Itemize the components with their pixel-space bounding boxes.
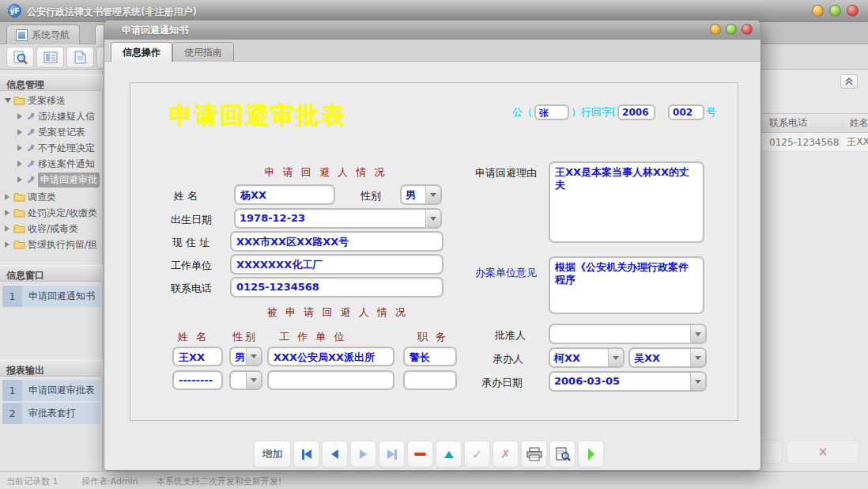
respondent2-name-input[interactable]: -------- xyxy=(172,370,223,390)
handler1-dropdown[interactable]: 柯XX xyxy=(549,347,625,368)
tree-item-label-selected: 申请回避审批 xyxy=(38,172,100,188)
dialog-title: 申请回避通知书 xyxy=(122,24,188,37)
delete-record-button[interactable] xyxy=(407,441,433,468)
dialog-maximize-button[interactable] xyxy=(726,24,737,35)
nav-first-button[interactable] xyxy=(293,441,319,468)
folder-icon xyxy=(13,208,25,218)
dropdown-button[interactable] xyxy=(425,210,440,227)
dropdown-button[interactable] xyxy=(690,325,705,343)
handle-date-dropdown[interactable]: 2006-03-05 xyxy=(549,371,707,392)
respondent2-unit-input[interactable] xyxy=(267,370,394,390)
add-button[interactable]: 增加 xyxy=(254,441,291,468)
status-bar: 当前记录数 1 操作者:Admin 本系统支持二次开发和全新开发! xyxy=(0,471,868,489)
search-document-button[interactable] xyxy=(6,47,34,68)
tab-user-guide[interactable]: 使用指南 xyxy=(172,42,234,62)
sidebar-header-info-window: 信息窗口 xyxy=(0,265,103,282)
confirm-button[interactable]: ✓ xyxy=(464,441,490,468)
respondent2-gender-dropdown[interactable] xyxy=(229,370,262,390)
reason-textarea[interactable]: 王XX是本案当事人林XX的丈夫 xyxy=(549,161,704,243)
gavel-icon xyxy=(26,143,36,153)
report-row-1[interactable]: 1 申请回避审批表 xyxy=(2,380,100,401)
tree-collapsed-arrow-icon xyxy=(17,145,25,151)
document-button[interactable] xyxy=(66,47,94,68)
tree-item-case-transfer[interactable]: 受案移送 xyxy=(0,93,103,108)
chevron-down-icon xyxy=(695,356,701,363)
chevron-down-icon xyxy=(613,356,619,363)
chevron-down-icon xyxy=(430,217,436,224)
report-row-2[interactable]: 2 审批表套打 xyxy=(2,403,100,424)
dialog-window-controls xyxy=(710,24,753,35)
cancel-button[interactable]: ✗ xyxy=(492,441,519,468)
approver-dropdown[interactable] xyxy=(549,324,707,344)
dropdown-button[interactable] xyxy=(246,348,261,365)
doc-no-year-input[interactable]: 2006 xyxy=(617,104,655,120)
form-title: 申请回避审批表 xyxy=(169,100,346,132)
print-button[interactable] xyxy=(521,441,547,468)
tab-system-navigation[interactable]: 系统导航 xyxy=(6,25,80,44)
doc-no-unit-input[interactable]: 张 xyxy=(534,104,569,120)
collapse-panel-button[interactable] xyxy=(840,74,858,89)
tree-item-suspect-info[interactable]: 违法嫌疑人信 xyxy=(0,108,103,124)
background-table-row[interactable]: 0125-1234568 王XX xyxy=(761,133,868,152)
respondent2-gender-value xyxy=(231,372,246,389)
chevron-down-icon xyxy=(695,332,701,339)
window-close-button[interactable] xyxy=(847,5,859,17)
workunit-input[interactable]: XXXXXXX化工厂 xyxy=(230,254,443,275)
tree-item-recusal-approval[interactable]: 申请回避审批 xyxy=(0,172,103,188)
name-input[interactable]: 杨XX xyxy=(234,184,335,205)
dropdown-button[interactable] xyxy=(425,186,440,203)
info-window-row-1[interactable]: 1 申请回避通知书 xyxy=(2,286,100,307)
tab-info-operation[interactable]: 信息操作 xyxy=(111,42,172,62)
handler-label: 承办人 xyxy=(492,352,523,366)
birth-value: 1978-12-23 xyxy=(236,210,425,227)
tree-collapsed-arrow-icon xyxy=(17,161,25,167)
tree-item-penalty-decision[interactable]: 处罚决定/收缴类 xyxy=(0,205,103,221)
tree-item-investigation[interactable]: 调查类 xyxy=(0,189,103,205)
folder-icon xyxy=(13,224,25,233)
tree-item-transfer-notice[interactable]: 移送案件通知 xyxy=(0,156,103,172)
respondent2-duty-input[interactable] xyxy=(403,370,457,390)
sidebar: 信息管理 受案移送 违法嫌疑人信 受案登记表 不予处理决定 移送案件通知 申请回… xyxy=(0,70,103,471)
window-minimize-button[interactable] xyxy=(812,5,824,17)
phone-input[interactable]: 0125-1234568 xyxy=(230,277,443,298)
dialog-tab-strip: 信息操作 使用指南 xyxy=(104,40,760,62)
handler2-dropdown[interactable]: 吴XX xyxy=(628,347,707,368)
dropdown-button[interactable] xyxy=(608,349,623,366)
tree-item-suspended-detention[interactable]: 暂缓执行拘留/担 xyxy=(0,237,103,252)
list-icon xyxy=(43,51,58,63)
document-number-row: 公（ 张 ）行回字[ 2006 002 号 xyxy=(512,104,716,120)
tree-item-case-registration[interactable]: 受案登记表 xyxy=(0,124,103,140)
tree-item-no-processing-decision[interactable]: 不予处理决定 xyxy=(0,140,103,156)
doc-no-serial-input[interactable]: 002 xyxy=(668,104,704,120)
respondent1-gender-value: 男 xyxy=(231,348,246,365)
printer-icon xyxy=(526,447,542,461)
dialog-minimize-button[interactable] xyxy=(710,24,721,35)
background-cancel-button[interactable]: × xyxy=(787,440,859,464)
respondent1-gender-dropdown[interactable]: 男 xyxy=(229,347,262,366)
opinion-textarea[interactable]: 根据《公安机关办理行政案件程序 xyxy=(549,256,704,314)
tree-item-label: 暂缓执行拘留/担 xyxy=(28,238,97,252)
nav-next-button[interactable] xyxy=(350,441,376,468)
nav-last-button[interactable] xyxy=(379,441,405,468)
dropdown-button[interactable] xyxy=(690,349,705,366)
system-navigation-icon xyxy=(17,30,27,40)
dialog-close-button[interactable] xyxy=(742,24,753,35)
print-preview-button[interactable] xyxy=(549,441,576,468)
tree-item-detention[interactable]: 收容/戒毒类 xyxy=(0,221,103,237)
respondent1-name-input[interactable]: 王XX xyxy=(172,347,223,366)
nav-prev-button[interactable] xyxy=(322,441,348,468)
dropdown-button[interactable] xyxy=(246,372,261,389)
dropdown-button[interactable] xyxy=(690,373,705,390)
record-list-button[interactable] xyxy=(36,47,64,68)
gender-dropdown[interactable]: 男 xyxy=(400,184,442,205)
birth-dropdown[interactable]: 1978-12-23 xyxy=(234,208,442,229)
address-input[interactable]: XXX市XX区XX路XX号 xyxy=(230,231,443,252)
chevron-down-icon xyxy=(251,354,257,362)
dialog-titlebar[interactable]: 申请回避通知书 xyxy=(104,21,760,40)
window-maximize-button[interactable] xyxy=(829,5,841,17)
run-button[interactable] xyxy=(578,441,604,468)
respondent-col-duty: 职 务 xyxy=(417,330,448,344)
edit-record-button[interactable] xyxy=(436,441,462,468)
respondent1-unit-input[interactable]: XXX公安局XX派出所 xyxy=(267,347,394,366)
respondent1-duty-input[interactable]: 警长 xyxy=(403,347,457,366)
